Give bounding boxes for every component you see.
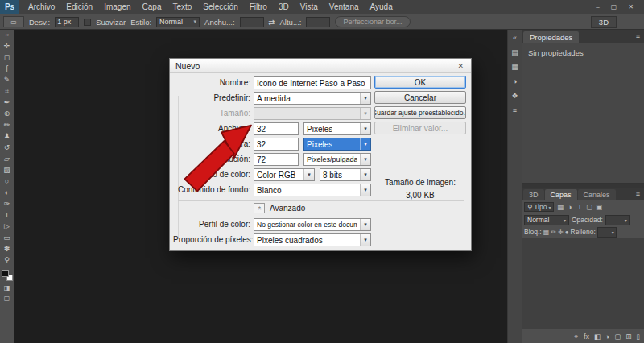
layers-panel-menu-icon[interactable]: ≡ [636, 190, 640, 198]
blur-tool-icon[interactable]: ○ [2, 176, 13, 187]
brush-tool-icon[interactable]: ✏ [2, 119, 13, 130]
swap-dimensions-icon[interactable]: ⇄ [269, 18, 275, 27]
link-layers-icon[interactable]: ⚭ [573, 333, 579, 341]
filter-pixel-layers-icon[interactable]: ▦ [555, 203, 564, 211]
collapse-dock-icon[interactable]: « [513, 34, 517, 42]
style-dropdown[interactable]: Normal [156, 17, 200, 27]
pen-tool-icon[interactable]: ✑ [2, 198, 13, 209]
height-input[interactable] [254, 138, 299, 151]
pixel-aspect-dropdown[interactable]: Pixeles cuadrados [254, 233, 371, 246]
gradient-tool-icon[interactable]: ▨ [2, 164, 13, 176]
tab-propiedades[interactable]: Propiedades [523, 31, 579, 43]
dialog-close-icon[interactable]: ✕ [456, 62, 465, 70]
lock-transparency-icon[interactable]: ▦ [543, 229, 550, 236]
layer-effects-icon[interactable]: fx [584, 333, 589, 341]
width-unit-dropdown[interactable]: Pixeles [303, 122, 371, 135]
height-input[interactable] [306, 17, 330, 27]
menu-item[interactable]: 3D [273, 0, 295, 14]
hand-tool-icon[interactable]: ✽ [2, 243, 13, 254]
menu-item[interactable]: Ventana [324, 0, 365, 14]
lock-pixels-icon[interactable]: ✏ [551, 229, 556, 236]
tool-preset-picker[interactable]: ▭ [3, 16, 24, 27]
type-tool-icon[interactable]: T [2, 209, 13, 221]
dialog-title-bar[interactable]: Nuevo ✕ [170, 59, 471, 73]
close-button[interactable]: ✕ [622, 3, 639, 10]
workspace-switcher[interactable]: 3D [591, 16, 617, 28]
refine-edge-button[interactable]: Perfeccionar bor... [335, 16, 410, 27]
menu-item[interactable]: Capa [137, 0, 167, 14]
tool-list: ✛◻ʃ✎⌗✒⊕✏♟↺▱▨○◐✑T▷▭✽⚲ [2, 40, 13, 266]
layer-filter-dropdown[interactable]: ⚲ Tipo [524, 202, 554, 212]
save-preset-button[interactable]: Guardar ajuste preestablecido... [374, 106, 466, 119]
healing-brush-tool-icon[interactable]: ⊕ [2, 108, 13, 119]
crop-tool-icon[interactable]: ⌗ [2, 85, 13, 97]
fill-dropdown[interactable] [597, 227, 617, 238]
zoom-tool-icon[interactable]: ⚲ [2, 254, 13, 266]
info-panel-icon[interactable]: ≡ [513, 106, 517, 114]
feather-input[interactable] [55, 17, 79, 27]
menu-item[interactable]: Texto [167, 0, 197, 14]
menu-item[interactable]: Selección [197, 0, 243, 14]
styles-panel-icon[interactable]: ❖ [511, 92, 518, 100]
filter-type-layers-icon[interactable]: T [575, 203, 584, 211]
restore-button[interactable]: ▢ [605, 3, 623, 10]
width-input[interactable] [254, 122, 299, 135]
opacity-dropdown[interactable] [605, 215, 630, 225]
add-mask-icon[interactable]: ◧ [594, 333, 601, 341]
eraser-tool-icon[interactable]: ▱ [2, 153, 13, 164]
cancel-button[interactable]: Cancelar [374, 91, 466, 104]
filter-shape-layers-icon[interactable]: ▢ [584, 203, 593, 211]
tab-canales[interactable]: Canales [578, 189, 616, 200]
quick-mask-icon[interactable]: ◨ [4, 284, 10, 291]
new-group-icon[interactable]: ▢ [614, 333, 621, 341]
ok-button[interactable]: OK [374, 76, 466, 89]
dodge-tool-icon[interactable]: ◐ [2, 187, 13, 198]
adjustment-layer-icon[interactable]: ◑ [605, 333, 609, 341]
history-brush-tool-icon[interactable]: ↺ [2, 142, 13, 153]
marquee-tool-icon[interactable]: ◻ [2, 52, 13, 63]
menu-item[interactable]: Filtro [244, 0, 273, 14]
filter-smart-objects-icon[interactable]: ▣ [594, 203, 603, 211]
delete-layer-icon[interactable]: ▯ [636, 333, 640, 341]
antialias-checkbox[interactable] [84, 19, 91, 26]
blend-mode-dropdown[interactable]: Normal [524, 215, 569, 225]
lock-all-icon[interactable]: ● [565, 229, 569, 236]
lock-position-icon[interactable]: ✛ [558, 229, 564, 236]
color-panel-icon[interactable]: ▤ [511, 48, 518, 56]
rectangle-tool-icon[interactable]: ▭ [2, 232, 13, 243]
resolution-unit-dropdown[interactable]: Pixeles/pulgada [303, 153, 371, 166]
color-swatches[interactable] [2, 270, 13, 281]
swatches-panel-icon[interactable]: ▦ [511, 63, 518, 71]
eyedropper-tool-icon[interactable]: ✒ [2, 97, 13, 108]
tab-3d[interactable]: 3D [523, 189, 544, 200]
color-mode-dropdown[interactable]: Color RGB [254, 168, 315, 181]
name-input[interactable] [254, 76, 371, 89]
foreground-color-swatch[interactable] [2, 270, 9, 277]
color-profile-dropdown[interactable]: No gestionar color en este documento [254, 218, 371, 231]
clone-stamp-tool-icon[interactable]: ♟ [2, 130, 13, 142]
tab-capas[interactable]: Capas [545, 189, 577, 200]
menu-item[interactable]: Vista [295, 0, 324, 14]
preset-dropdown[interactable]: A medida [254, 92, 371, 105]
bit-depth-dropdown[interactable]: 8 bits [320, 168, 371, 181]
width-input[interactable] [240, 17, 264, 27]
resolution-input[interactable] [254, 153, 299, 166]
path-selection-tool-icon[interactable]: ▷ [2, 221, 13, 232]
properties-panel-menu-icon[interactable]: ≡ [636, 32, 640, 40]
lasso-tool-icon[interactable]: ʃ [2, 63, 13, 74]
background-contents-dropdown[interactable]: Blanco [254, 184, 371, 196]
menu-item[interactable]: Imagen [98, 0, 136, 14]
menu-item[interactable]: Archivo [23, 0, 60, 14]
advanced-toggle[interactable]: « [254, 203, 265, 213]
height-unit-dropdown[interactable]: Pixeles [303, 138, 371, 151]
menu-item[interactable]: Edición [60, 0, 98, 14]
minimize-button[interactable]: – [590, 3, 605, 10]
screen-mode-icon[interactable]: ▢ [4, 295, 10, 302]
adjustments-panel-icon[interactable]: ◑ [513, 77, 517, 85]
quick-selection-tool-icon[interactable]: ✎ [2, 74, 13, 85]
new-layer-icon[interactable]: ⊞ [625, 333, 631, 341]
filter-adjustment-layers-icon[interactable]: ◑ [565, 203, 574, 211]
move-tool-icon[interactable]: ✛ [2, 40, 13, 52]
menu-item[interactable]: Ayuda [365, 0, 398, 14]
toolbox-grip[interactable]: ‹‹ [5, 32, 9, 40]
